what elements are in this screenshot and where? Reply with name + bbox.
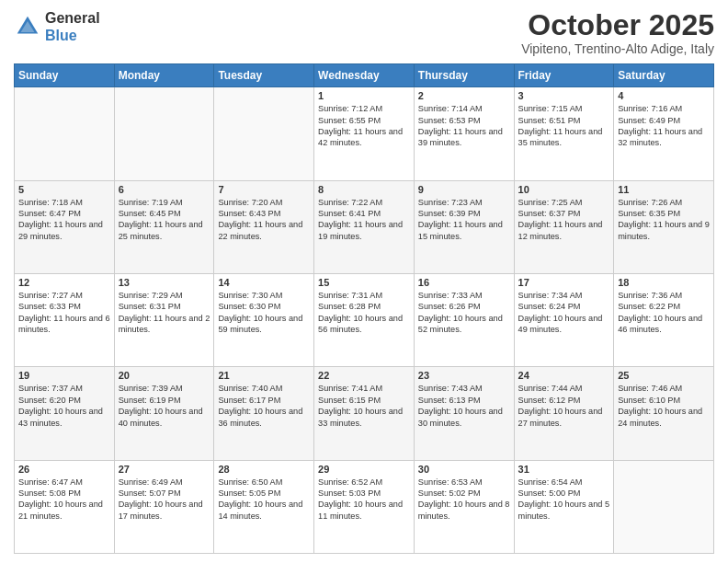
day-info: Sunrise: 7:43 AMSunset: 6:13 PMDaylight:… bbox=[418, 383, 510, 429]
table-row: 6Sunrise: 7:19 AMSunset: 6:45 PMDaylight… bbox=[114, 180, 214, 273]
logo-icon bbox=[14, 13, 41, 40]
day-number: 1 bbox=[318, 90, 410, 101]
title-block: October 2025 Vipiteno, Trentino-Alto Adi… bbox=[521, 9, 714, 56]
col-saturday: Saturday bbox=[614, 64, 714, 87]
day-info: Sunrise: 7:15 AMSunset: 6:51 PMDaylight:… bbox=[518, 103, 610, 149]
day-info: Sunrise: 7:29 AMSunset: 6:31 PMDaylight:… bbox=[119, 290, 210, 336]
day-number: 19 bbox=[18, 370, 110, 381]
day-number: 9 bbox=[418, 184, 510, 195]
day-number: 14 bbox=[218, 277, 310, 288]
day-number: 29 bbox=[318, 464, 410, 475]
table-row: 26Sunrise: 6:47 AMSunset: 5:08 PMDayligh… bbox=[15, 460, 115, 553]
col-thursday: Thursday bbox=[414, 64, 514, 87]
table-row: 28Sunrise: 6:50 AMSunset: 5:05 PMDayligh… bbox=[214, 460, 314, 553]
table-row: 24Sunrise: 7:44 AMSunset: 6:12 PMDayligh… bbox=[514, 367, 614, 460]
table-row: 15Sunrise: 7:31 AMSunset: 6:28 PMDayligh… bbox=[314, 273, 415, 366]
table-row: 22Sunrise: 7:41 AMSunset: 6:15 PMDayligh… bbox=[314, 367, 415, 460]
table-row: 9Sunrise: 7:23 AMSunset: 6:39 PMDaylight… bbox=[414, 180, 514, 273]
calendar-header-row: Sunday Monday Tuesday Wednesday Thursday… bbox=[15, 64, 714, 87]
day-number: 26 bbox=[18, 464, 110, 475]
day-info: Sunrise: 7:25 AMSunset: 6:37 PMDaylight:… bbox=[518, 197, 610, 243]
col-tuesday: Tuesday bbox=[214, 64, 314, 87]
day-info: Sunrise: 7:22 AMSunset: 6:41 PMDaylight:… bbox=[318, 197, 410, 243]
day-info: Sunrise: 6:49 AMSunset: 5:07 PMDaylight:… bbox=[119, 477, 210, 523]
day-info: Sunrise: 7:27 AMSunset: 6:33 PMDaylight:… bbox=[18, 290, 110, 336]
table-row: 29Sunrise: 6:52 AMSunset: 5:03 PMDayligh… bbox=[314, 460, 415, 553]
table-row: 27Sunrise: 6:49 AMSunset: 5:07 PMDayligh… bbox=[114, 460, 214, 553]
day-info: Sunrise: 6:50 AMSunset: 5:05 PMDaylight:… bbox=[218, 477, 310, 523]
day-number: 25 bbox=[618, 370, 710, 381]
day-number: 5 bbox=[18, 184, 110, 195]
table-row: 19Sunrise: 7:37 AMSunset: 6:20 PMDayligh… bbox=[15, 367, 115, 460]
day-info: Sunrise: 7:41 AMSunset: 6:15 PMDaylight:… bbox=[318, 383, 410, 429]
day-info: Sunrise: 6:54 AMSunset: 5:00 PMDaylight:… bbox=[518, 477, 610, 523]
day-info: Sunrise: 7:46 AMSunset: 6:10 PMDaylight:… bbox=[618, 383, 710, 429]
day-number: 11 bbox=[618, 184, 710, 195]
table-row: 10Sunrise: 7:25 AMSunset: 6:37 PMDayligh… bbox=[514, 180, 614, 273]
table-row: 30Sunrise: 6:53 AMSunset: 5:02 PMDayligh… bbox=[414, 460, 514, 553]
day-number: 6 bbox=[119, 184, 210, 195]
logo-blue: Blue bbox=[45, 28, 77, 43]
calendar-body: 1Sunrise: 7:12 AMSunset: 6:55 PMDaylight… bbox=[15, 87, 714, 554]
day-info: Sunrise: 7:26 AMSunset: 6:35 PMDaylight:… bbox=[618, 197, 710, 243]
col-sunday: Sunday bbox=[15, 64, 115, 87]
day-number: 4 bbox=[618, 90, 710, 101]
calendar-table: Sunday Monday Tuesday Wednesday Thursday… bbox=[14, 63, 714, 554]
day-info: Sunrise: 7:30 AMSunset: 6:30 PMDaylight:… bbox=[218, 290, 310, 336]
day-number: 3 bbox=[518, 90, 610, 101]
day-info: Sunrise: 7:20 AMSunset: 6:43 PMDaylight:… bbox=[218, 197, 310, 243]
day-number: 24 bbox=[518, 370, 610, 381]
table-row: 2Sunrise: 7:14 AMSunset: 6:53 PMDaylight… bbox=[414, 87, 514, 180]
calendar-week-row: 12Sunrise: 7:27 AMSunset: 6:33 PMDayligh… bbox=[15, 273, 714, 366]
calendar-week-row: 26Sunrise: 6:47 AMSunset: 5:08 PMDayligh… bbox=[15, 460, 714, 553]
table-row: 16Sunrise: 7:33 AMSunset: 6:26 PMDayligh… bbox=[414, 273, 514, 366]
page: General Blue October 2025 Vipiteno, Tren… bbox=[0, 0, 728, 563]
location-subtitle: Vipiteno, Trentino-Alto Adige, Italy bbox=[521, 41, 714, 56]
day-info: Sunrise: 7:44 AMSunset: 6:12 PMDaylight:… bbox=[518, 383, 610, 429]
day-info: Sunrise: 7:36 AMSunset: 6:22 PMDaylight:… bbox=[618, 290, 710, 336]
table-row bbox=[15, 87, 115, 180]
day-info: Sunrise: 7:33 AMSunset: 6:26 PMDaylight:… bbox=[418, 290, 510, 336]
day-info: Sunrise: 6:53 AMSunset: 5:02 PMDaylight:… bbox=[418, 477, 510, 523]
table-row: 5Sunrise: 7:18 AMSunset: 6:47 PMDaylight… bbox=[15, 180, 115, 273]
day-number: 22 bbox=[318, 370, 410, 381]
table-row: 17Sunrise: 7:34 AMSunset: 6:24 PMDayligh… bbox=[514, 273, 614, 366]
logo-general: General bbox=[45, 10, 100, 26]
day-number: 13 bbox=[119, 277, 210, 288]
day-number: 7 bbox=[218, 184, 310, 195]
day-info: Sunrise: 7:37 AMSunset: 6:20 PMDaylight:… bbox=[18, 383, 110, 429]
table-row: 18Sunrise: 7:36 AMSunset: 6:22 PMDayligh… bbox=[614, 273, 714, 366]
day-info: Sunrise: 7:16 AMSunset: 6:49 PMDaylight:… bbox=[618, 103, 710, 149]
day-info: Sunrise: 7:23 AMSunset: 6:39 PMDaylight:… bbox=[418, 197, 510, 243]
table-row: 7Sunrise: 7:20 AMSunset: 6:43 PMDaylight… bbox=[214, 180, 314, 273]
day-number: 31 bbox=[518, 464, 610, 475]
table-row bbox=[114, 87, 214, 180]
table-row: 8Sunrise: 7:22 AMSunset: 6:41 PMDaylight… bbox=[314, 180, 415, 273]
day-number: 21 bbox=[218, 370, 310, 381]
table-row: 3Sunrise: 7:15 AMSunset: 6:51 PMDaylight… bbox=[514, 87, 614, 180]
table-row: 20Sunrise: 7:39 AMSunset: 6:19 PMDayligh… bbox=[114, 367, 214, 460]
day-number: 8 bbox=[318, 184, 410, 195]
logo-text: General Blue bbox=[45, 9, 100, 44]
day-number: 2 bbox=[418, 90, 510, 101]
calendar-week-row: 1Sunrise: 7:12 AMSunset: 6:55 PMDaylight… bbox=[15, 87, 714, 180]
day-info: Sunrise: 6:52 AMSunset: 5:03 PMDaylight:… bbox=[318, 477, 410, 523]
day-number: 15 bbox=[318, 277, 410, 288]
day-info: Sunrise: 6:47 AMSunset: 5:08 PMDaylight:… bbox=[18, 477, 110, 523]
day-info: Sunrise: 7:14 AMSunset: 6:53 PMDaylight:… bbox=[418, 103, 510, 149]
day-number: 18 bbox=[618, 277, 710, 288]
table-row: 21Sunrise: 7:40 AMSunset: 6:17 PMDayligh… bbox=[214, 367, 314, 460]
table-row: 11Sunrise: 7:26 AMSunset: 6:35 PMDayligh… bbox=[614, 180, 714, 273]
table-row: 25Sunrise: 7:46 AMSunset: 6:10 PMDayligh… bbox=[614, 367, 714, 460]
day-info: Sunrise: 7:19 AMSunset: 6:45 PMDaylight:… bbox=[119, 197, 210, 243]
day-number: 17 bbox=[518, 277, 610, 288]
calendar-week-row: 5Sunrise: 7:18 AMSunset: 6:47 PMDaylight… bbox=[15, 180, 714, 273]
day-number: 16 bbox=[418, 277, 510, 288]
col-wednesday: Wednesday bbox=[314, 64, 415, 87]
day-info: Sunrise: 7:12 AMSunset: 6:55 PMDaylight:… bbox=[318, 103, 410, 149]
day-number: 12 bbox=[18, 277, 110, 288]
table-row: 13Sunrise: 7:29 AMSunset: 6:31 PMDayligh… bbox=[114, 273, 214, 366]
table-row: 4Sunrise: 7:16 AMSunset: 6:49 PMDaylight… bbox=[614, 87, 714, 180]
table-row bbox=[214, 87, 314, 180]
day-number: 20 bbox=[119, 370, 210, 381]
